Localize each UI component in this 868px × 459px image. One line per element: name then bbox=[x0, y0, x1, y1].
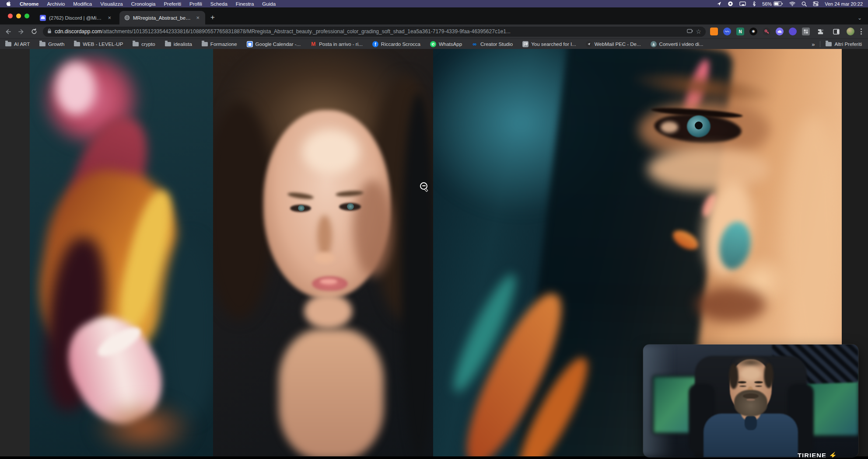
control-center-icon[interactable] bbox=[813, 1, 819, 6]
menu-item-archivio[interactable]: Archivio bbox=[47, 1, 65, 7]
bookmark-label: WEB - LEVEL-UP bbox=[83, 42, 123, 47]
side-panel-icon[interactable] bbox=[831, 26, 841, 37]
bookmark-label: Converti i video di... bbox=[659, 42, 704, 47]
url-domain: cdn.discordapp.com bbox=[55, 28, 102, 35]
tab-title: MRregista_Abstract_beauty._ bbox=[133, 15, 192, 21]
bookmark-label: Google Calendar -... bbox=[256, 42, 301, 47]
bookmark-webmail-pec[interactable]: WebMail PEC - De... bbox=[586, 41, 641, 47]
extension-purple-blob-icon[interactable] bbox=[789, 28, 797, 35]
menu-item-preferiti[interactable]: Preferiti bbox=[164, 1, 181, 7]
wifi-icon[interactable] bbox=[789, 1, 795, 6]
zoom-out-cursor bbox=[420, 182, 427, 190]
google-calendar-icon bbox=[247, 41, 253, 47]
minimize-window-button[interactable] bbox=[16, 14, 21, 18]
webmail-icon bbox=[586, 41, 592, 47]
bookmark-whatsapp[interactable]: ✆WhatsApp bbox=[430, 41, 462, 47]
folder-icon bbox=[165, 42, 171, 46]
reload-button[interactable] bbox=[29, 26, 39, 37]
chrome-menu-kebab-icon[interactable] bbox=[860, 28, 863, 35]
bookmark-label: Growth bbox=[48, 42, 64, 47]
bookmark-label: crypto bbox=[141, 42, 155, 47]
bookmark-folder-growth[interactable]: Growth bbox=[39, 42, 64, 47]
menu-item-modifica[interactable]: Modifica bbox=[73, 1, 92, 7]
browser-toolbar: cdn.discordapp.com/attachments/101351233… bbox=[0, 24, 868, 38]
tab-discord[interactable]: (2762) Discord | @Midjourney × bbox=[35, 11, 117, 24]
zoom-window-button[interactable] bbox=[24, 14, 29, 18]
extension-blue-wave-icon[interactable] bbox=[723, 28, 731, 35]
bookmark-you-searched[interactable]: You searched for I... bbox=[522, 41, 576, 47]
menubar-clock[interactable]: Ven 24 mar 20:22 bbox=[825, 1, 863, 7]
battery-icon bbox=[774, 1, 783, 6]
bookmark-label: Riccardo Scrocca bbox=[381, 42, 420, 47]
extensions-puzzle-icon[interactable] bbox=[815, 26, 826, 37]
location-services-icon[interactable] bbox=[717, 1, 721, 6]
battery-status[interactable]: 56% bbox=[762, 1, 783, 7]
new-tab-button[interactable]: + bbox=[210, 13, 215, 22]
bookmark-folder-formazione[interactable]: Formazione bbox=[202, 42, 237, 47]
extension-green-n-icon[interactable]: N bbox=[736, 28, 744, 35]
menu-item-profili[interactable]: Profili bbox=[189, 1, 202, 7]
extension-purple-cloud-icon[interactable] bbox=[776, 28, 784, 35]
tab-search-chevron-icon[interactable]: ⌄ bbox=[858, 15, 862, 21]
url-text: cdn.discordapp.com/attachments/101351233… bbox=[55, 28, 683, 35]
bookmark-folder-ai-art[interactable]: AI ART bbox=[5, 42, 30, 47]
forward-button[interactable] bbox=[16, 26, 26, 37]
bookmarks-bar: AI ART Growth WEB - LEVEL-UP crypto idea… bbox=[0, 38, 868, 49]
bookmark-google-calendar[interactable]: Google Calendar -... bbox=[247, 41, 301, 47]
converter-icon bbox=[651, 41, 657, 47]
omnibox-action-icon[interactable] bbox=[687, 28, 693, 35]
screen-mirroring-icon[interactable] bbox=[739, 1, 746, 7]
address-bar[interactable]: cdn.discordapp.com/attachments/101351233… bbox=[43, 27, 706, 37]
globe-favicon bbox=[124, 15, 130, 21]
bookmark-folder-crypto[interactable]: crypto bbox=[133, 42, 155, 47]
bookmark-folder-other[interactable]: Altri Preferiti bbox=[826, 42, 862, 47]
bookmark-facebook-profile[interactable]: fRiccardo Scrocca bbox=[372, 41, 420, 47]
folder-icon bbox=[202, 42, 208, 46]
screen-record-icon[interactable] bbox=[728, 1, 733, 7]
menu-item-cronologia[interactable]: Cronologia bbox=[131, 1, 156, 7]
window-controls bbox=[0, 7, 35, 24]
whatsapp-icon: ✆ bbox=[430, 41, 436, 47]
bookmark-video-converter[interactable]: Converti i video di... bbox=[651, 41, 704, 47]
artwork-panel-portrait[interactable] bbox=[213, 49, 433, 456]
bookmark-label: AI ART bbox=[14, 42, 30, 47]
bookmark-gmail-inbox[interactable]: MPosta in arrivo - ri... bbox=[310, 41, 363, 47]
tab-strip: (2762) Discord | @Midjourney × MRregista… bbox=[0, 7, 868, 24]
spotlight-search-icon[interactable] bbox=[802, 1, 807, 7]
close-tab-icon[interactable]: × bbox=[106, 14, 112, 21]
battery-percent-label: 56% bbox=[762, 1, 772, 7]
page-thumbnail-icon bbox=[522, 41, 528, 47]
spark-icon: ⚡ bbox=[829, 452, 837, 457]
close-tab-icon[interactable]: × bbox=[195, 14, 201, 21]
menu-item-finestra[interactable]: Finestra bbox=[236, 1, 254, 7]
close-window-button[interactable] bbox=[8, 14, 13, 18]
back-button[interactable] bbox=[3, 26, 13, 37]
bluetooth-icon[interactable] bbox=[752, 1, 756, 7]
bookmark-star-icon[interactable]: ☆ bbox=[696, 28, 701, 35]
gmail-icon: M bbox=[310, 41, 316, 47]
bookmark-folder-idealista[interactable]: idealista bbox=[165, 42, 192, 47]
webcam-overlay: TIRIENE ⚡ bbox=[643, 344, 858, 457]
artwork-panel-abstract[interactable] bbox=[30, 49, 213, 456]
menu-item-guida[interactable]: Guida bbox=[262, 1, 276, 7]
apple-logo-icon[interactable] bbox=[6, 0, 11, 7]
asterisk-glyph: ✳ bbox=[752, 29, 755, 34]
bookmark-label: Formazione bbox=[210, 42, 237, 47]
bookmark-label: You searched for I... bbox=[531, 42, 576, 47]
menu-item-visualizza[interactable]: Visualizza bbox=[100, 1, 123, 7]
profile-avatar[interactable] bbox=[847, 28, 854, 35]
bookmark-label: Creator Studio bbox=[480, 42, 513, 47]
lock-icon bbox=[47, 28, 52, 35]
bookmark-creator-studio[interactable]: ∞Creator Studio bbox=[472, 41, 513, 47]
extension-grid-icon[interactable] bbox=[802, 28, 810, 35]
bookmarks-overflow-chevron[interactable]: » bbox=[812, 41, 815, 48]
bookmark-label: WebMail PEC - De... bbox=[595, 42, 641, 47]
menu-item-scheda[interactable]: Scheda bbox=[210, 1, 228, 7]
extension-key-icon[interactable] bbox=[763, 28, 770, 35]
tab-image-active[interactable]: MRregista_Abstract_beauty._ × bbox=[119, 11, 205, 24]
bookmark-folder-web-level-up[interactable]: WEB - LEVEL-UP bbox=[74, 42, 123, 47]
bookmark-label: idealista bbox=[174, 42, 192, 47]
extension-black-glyph-icon[interactable]: ✳ bbox=[749, 28, 757, 35]
menu-item-chrome[interactable]: Chrome bbox=[20, 1, 38, 7]
extension-metamask-icon[interactable] bbox=[710, 28, 718, 35]
